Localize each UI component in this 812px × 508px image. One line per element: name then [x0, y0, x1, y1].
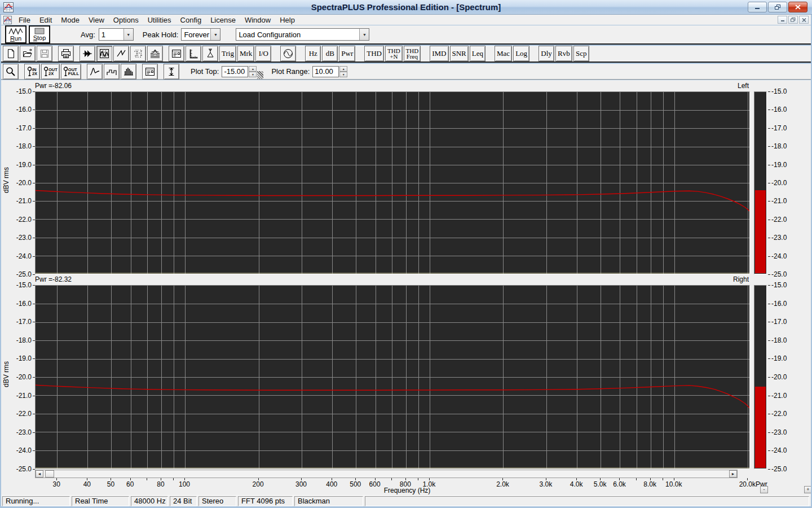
pane-expand-button[interactable]: +: [804, 486, 811, 493]
meter-tick-mark: [768, 91, 770, 92]
spin-down-icon[interactable]: ▼: [339, 72, 347, 77]
reverb-button[interactable]: Rvb: [555, 46, 572, 62]
save-button[interactable]: [37, 46, 52, 62]
close-button[interactable]: [788, 2, 807, 12]
meter-tick-label: -19.0: [771, 354, 796, 362]
minimize-button[interactable]: [748, 2, 767, 12]
line-plot-style-button[interactable]: [87, 64, 103, 80]
y-tick-mark: [33, 304, 35, 304]
mdi-restore-button[interactable]: [788, 16, 798, 24]
menu-item-file[interactable]: File: [14, 15, 35, 25]
hz-label: Hz: [309, 49, 317, 58]
menu-item-utilities[interactable]: Utilities: [143, 15, 176, 25]
db-units-button[interactable]: dB: [322, 46, 338, 62]
avg-select[interactable]: 1 ▼: [99, 28, 134, 41]
meter-tick-label: -19.0: [771, 161, 796, 169]
macro-button[interactable]: Mac: [495, 46, 512, 62]
spin-up-icon[interactable]: ▲: [339, 66, 347, 72]
y-tick-mark: [33, 256, 35, 257]
meter-tick-mark: [768, 450, 770, 451]
spectrum-plot-right[interactable]: [35, 285, 750, 469]
menu-item-view[interactable]: View: [84, 15, 109, 25]
scope-button[interactable]: Scp: [573, 46, 589, 62]
logging-button[interactable]: Log: [513, 46, 529, 62]
new-file-icon: [5, 48, 16, 59]
delay-button[interactable]: Dly: [539, 46, 554, 62]
calibration-button[interactable]: [202, 46, 218, 62]
log-label: Log: [515, 49, 527, 58]
spin-up-icon[interactable]: ▲: [249, 66, 257, 72]
menu-item-options[interactable]: Options: [109, 15, 143, 25]
spectrum-view-button[interactable]: [96, 46, 112, 62]
print-button[interactable]: [58, 46, 74, 62]
zoom-in-2x-button[interactable]: IN2X: [24, 64, 40, 80]
io-device-button[interactable]: I/O: [255, 46, 271, 62]
scrollbar-thumb[interactable]: [45, 470, 54, 478]
run-toolbar: Run Stop Avg: 1 ▼ Peak Hold: Forever ▼ L…: [1, 25, 811, 45]
load-configuration-select[interactable]: Load Configuration ▼: [236, 28, 369, 41]
spectrogram-view-button[interactable]: [130, 46, 146, 62]
meter-tick-label: -20.0: [771, 373, 796, 381]
plot-top-input[interactable]: [222, 66, 248, 77]
menu-item-edit[interactable]: Edit: [35, 15, 56, 25]
scaling-button[interactable]: [186, 46, 201, 62]
ruler-icon: [188, 48, 199, 59]
thd-button[interactable]: THD: [364, 46, 384, 62]
scroll-left-button[interactable]: ◄: [36, 470, 43, 478]
meter-tick-mark: [768, 432, 770, 433]
menu-item-license[interactable]: License: [206, 15, 240, 25]
time-series-view-button[interactable]: [113, 46, 129, 62]
step-plot-style-button[interactable]: [104, 64, 120, 80]
frequency-scrollbar[interactable]: ◄ ►: [35, 470, 738, 478]
imd-button[interactable]: IMD: [430, 46, 448, 62]
meter-tick-mark: [768, 274, 770, 275]
y-tick-mark: [33, 238, 35, 238]
plot-range-input[interactable]: [312, 66, 339, 77]
vertical-range-icon: [166, 66, 177, 77]
y-tick-mark: [33, 183, 35, 183]
spin-down-icon[interactable]: ▼: [249, 72, 257, 77]
thd-n-button[interactable]: THD+N: [385, 46, 403, 62]
magnifier-icon: [5, 66, 16, 77]
process-file-button[interactable]: [80, 46, 95, 62]
trigger-button[interactable]: Trig: [219, 46, 236, 62]
open-button[interactable]: [20, 46, 36, 62]
level-meter-left: [754, 91, 767, 274]
menu-item-window[interactable]: Window: [240, 15, 275, 25]
zoom-button[interactable]: [3, 64, 19, 80]
scroll-right-button[interactable]: ►: [729, 470, 737, 478]
snr-button[interactable]: SNR: [450, 46, 469, 62]
mdi-child-icon[interactable]: [3, 16, 12, 24]
pwr-units-button[interactable]: Pwr: [339, 46, 355, 62]
x-tick-label: 1.0k: [412, 480, 446, 488]
chevron-down-icon: ▼: [210, 29, 220, 40]
mdi-close-button[interactable]: [799, 16, 809, 24]
zoom-out-full-button[interactable]: OUTFULL: [61, 64, 81, 80]
plot-range-spinner[interactable]: ▲▼: [339, 66, 347, 77]
menu-item-config[interactable]: Config: [176, 15, 206, 25]
menu-item-help[interactable]: Help: [275, 15, 299, 25]
resize-grip[interactable]: [257, 71, 263, 79]
new-button[interactable]: [3, 46, 19, 62]
mdi-minimize-button[interactable]: [778, 16, 787, 24]
signal-generator-button[interactable]: [280, 46, 296, 62]
spectrum-plot-left[interactable]: [35, 91, 750, 274]
auto-range-button[interactable]: [164, 64, 179, 80]
plot-options-button[interactable]: [142, 64, 158, 80]
plot-top-spinner[interactable]: ▲▼: [249, 66, 257, 77]
surface-view-button[interactable]: [147, 46, 163, 62]
menu-item-mode[interactable]: Mode: [56, 15, 84, 25]
leq-button[interactable]: Leq: [470, 46, 486, 62]
zoom-out-2x-button[interactable]: OUT2X: [41, 64, 60, 80]
display-options-button[interactable]: [169, 46, 184, 62]
thd-freq-button[interactable]: THDFreq: [404, 46, 421, 62]
markers-button[interactable]: Mrk: [237, 46, 254, 62]
stop-button[interactable]: Stop: [29, 25, 50, 43]
hz-units-button[interactable]: Hz: [305, 46, 321, 62]
restore-button[interactable]: [768, 2, 787, 12]
run-button[interactable]: Run: [5, 25, 27, 43]
peak-hold-select[interactable]: Forever ▼: [181, 28, 220, 41]
avg-value: 1: [102, 30, 105, 39]
bar-plot-style-button[interactable]: [121, 64, 136, 80]
meter-tick-label: -22.0: [771, 216, 796, 224]
